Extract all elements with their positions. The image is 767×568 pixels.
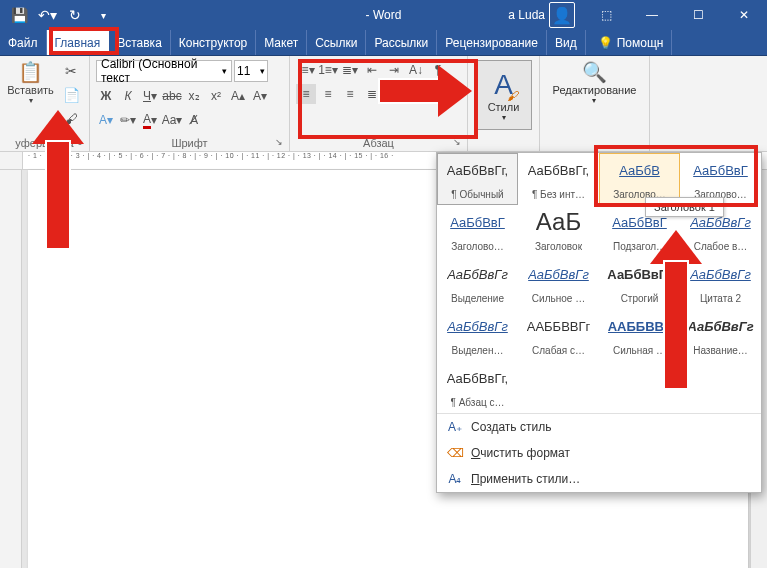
dialog-launcher-icon[interactable]: ↘: [73, 137, 85, 149]
font-color-icon[interactable]: A▾: [140, 110, 160, 130]
style-preview: АаБбВвГг,: [528, 158, 589, 182]
subscript-icon[interactable]: x₂: [184, 86, 204, 106]
tab-view[interactable]: Вид: [547, 30, 586, 55]
style-caption: Выделен…: [452, 345, 504, 356]
font-name-input[interactable]: Calibri (Основной текст▾: [96, 60, 232, 82]
style-caption: Сильная …: [613, 345, 666, 356]
create-style-item[interactable]: A₊ Создать стиль: [437, 414, 761, 440]
format-painter-icon[interactable]: 🖌: [59, 108, 83, 130]
chevron-down-icon: ▾: [502, 113, 506, 122]
style-cell-10[interactable]: АаБбВвГгСтрогий: [599, 257, 680, 309]
italic-icon[interactable]: К: [118, 86, 138, 106]
tab-help[interactable]: 💡 Помощн: [590, 30, 673, 55]
style-cell-5[interactable]: АаБЗаголовок: [518, 205, 599, 257]
copy-icon[interactable]: 📄: [59, 84, 83, 106]
group-styles: A🖌 Стили ▾: [468, 56, 540, 151]
indent-dec-icon[interactable]: ⇤: [362, 60, 382, 80]
chevron-down-icon: ▾: [260, 66, 265, 76]
strike-icon[interactable]: abc: [162, 86, 182, 106]
bullets-icon[interactable]: •≡▾: [296, 60, 316, 80]
help-label: Помощн: [617, 36, 664, 50]
style-cell-8[interactable]: АаБбВвГгВыделение: [437, 257, 518, 309]
style-cell-12[interactable]: АаБбВвГгВыделен…: [437, 309, 518, 361]
redo-icon[interactable]: ↻: [62, 2, 88, 28]
style-cell-14[interactable]: ААББВВГСильная …: [599, 309, 680, 361]
borders-icon[interactable]: ▦▾: [428, 84, 448, 104]
vertical-ruler[interactable]: [0, 170, 22, 568]
numbering-icon[interactable]: 1≡▾: [318, 60, 338, 80]
bold-icon[interactable]: Ж: [96, 86, 116, 106]
tab-mailings[interactable]: Рассылки: [366, 30, 437, 55]
clear-format-item[interactable]: ⌫ Очистить формат: [437, 440, 761, 466]
grow-font-icon[interactable]: A▴: [228, 86, 248, 106]
close-icon[interactable]: ✕: [721, 0, 767, 30]
find-icon: 🔍: [582, 60, 606, 84]
multilevel-icon[interactable]: ≣▾: [340, 60, 360, 80]
chevron-down-icon: ▾: [222, 66, 227, 76]
align-center-icon[interactable]: ≡: [318, 84, 338, 104]
change-case-icon[interactable]: Aa▾: [162, 110, 182, 130]
align-right-icon[interactable]: ≡: [340, 84, 360, 104]
style-caption: ¶ Без инт…: [532, 189, 585, 200]
quick-access-toolbar: 💾 ↶▾ ↻ ▾: [0, 2, 116, 28]
tab-insert[interactable]: Вставка: [109, 30, 171, 55]
dialog-launcher-icon[interactable]: ↘: [273, 137, 285, 149]
styles-icon: A🖌: [494, 69, 513, 101]
chevron-down-icon: ▾: [29, 96, 33, 105]
align-left-icon[interactable]: ≡: [296, 84, 316, 104]
maximize-icon[interactable]: ☐: [675, 0, 721, 30]
user-account[interactable]: a Luda 👤: [500, 2, 583, 28]
group-label-clipboard: уферьмана ↘: [6, 135, 83, 149]
styles-button[interactable]: A🖌 Стили ▾: [476, 60, 532, 130]
sort-icon[interactable]: A↓: [406, 60, 426, 80]
tab-file[interactable]: Файл: [0, 30, 47, 55]
font-size-input[interactable]: 11▾: [234, 60, 268, 82]
indent-inc-icon[interactable]: ⇥: [384, 60, 404, 80]
customize-qat-icon[interactable]: ▾: [90, 2, 116, 28]
style-cell-15[interactable]: АаБбВвГгНазвание…: [680, 309, 761, 361]
style-cell-4[interactable]: АаБбВвГЗаголово…: [437, 205, 518, 257]
style-caption: Название…: [693, 345, 748, 356]
style-cell-1[interactable]: АаБбВвГг,¶ Без инт…: [518, 153, 599, 205]
group-paragraph: •≡▾ 1≡▾ ≣▾ ⇤ ⇥ A↓ ¶ ≡ ≡ ≡ ≣ ‡≡▾ ◧▾ ▦▾ Аб…: [290, 56, 468, 151]
style-preview: АаБбВвГг: [607, 262, 671, 286]
cut-icon[interactable]: ✂: [59, 60, 83, 82]
line-spacing-icon[interactable]: ‡≡▾: [384, 84, 404, 104]
clear-format-label: Очистить формат: [471, 446, 570, 460]
undo-icon[interactable]: ↶▾: [34, 2, 60, 28]
group-font: Calibri (Основной текст▾ 11▾ Ж К Ч▾ abc …: [90, 56, 290, 151]
show-marks-icon[interactable]: ¶: [428, 60, 448, 80]
style-cell-13[interactable]: ААББВВГгСлабая с…: [518, 309, 599, 361]
apply-styles-item[interactable]: A₄ Применить стили…: [437, 466, 761, 492]
text-effects-icon[interactable]: A▾: [96, 110, 116, 130]
style-caption: Заголово…: [451, 241, 504, 252]
shrink-font-icon[interactable]: A▾: [250, 86, 270, 106]
tab-home[interactable]: Главная: [47, 30, 110, 55]
style-cell-9[interactable]: АаБбВвГгСильное …: [518, 257, 599, 309]
editing-button[interactable]: 🔍 Редактирование ▾: [553, 60, 637, 105]
ribbon-options-icon[interactable]: ⬚: [583, 0, 629, 30]
save-icon[interactable]: 💾: [6, 2, 32, 28]
style-caption: Слабое в…: [694, 241, 748, 252]
style-preview: АаБбВвГг,: [447, 366, 508, 390]
style-preview: АаБбВвГг: [447, 314, 508, 338]
highlight-icon[interactable]: ✏▾: [118, 110, 138, 130]
shading-icon[interactable]: ◧▾: [406, 84, 426, 104]
paste-button[interactable]: 📋 Вставить ▾: [6, 60, 55, 105]
tab-references[interactable]: Ссылки: [307, 30, 366, 55]
group-label-font: Шрифт ↘: [96, 135, 283, 149]
style-cell-0[interactable]: АаБбВвГг,¶ Обычный: [437, 153, 518, 205]
clear-format-icon[interactable]: A̸: [184, 110, 204, 130]
app-title: - Word: [366, 8, 402, 22]
style-cell-16[interactable]: АаБбВвГг,¶ Абзац с…: [437, 361, 518, 413]
apply-styles-label: Применить стили…: [471, 472, 580, 486]
tab-layout[interactable]: Макет: [256, 30, 307, 55]
justify-icon[interactable]: ≣: [362, 84, 382, 104]
tab-design[interactable]: Конструктор: [171, 30, 256, 55]
underline-icon[interactable]: Ч▾: [140, 86, 160, 106]
superscript-icon[interactable]: x²: [206, 86, 226, 106]
tab-review[interactable]: Рецензирование: [437, 30, 547, 55]
minimize-icon[interactable]: —: [629, 0, 675, 30]
style-cell-11[interactable]: АаБбВвГгЦитата 2: [680, 257, 761, 309]
dialog-launcher-icon[interactable]: ↘: [451, 137, 463, 149]
